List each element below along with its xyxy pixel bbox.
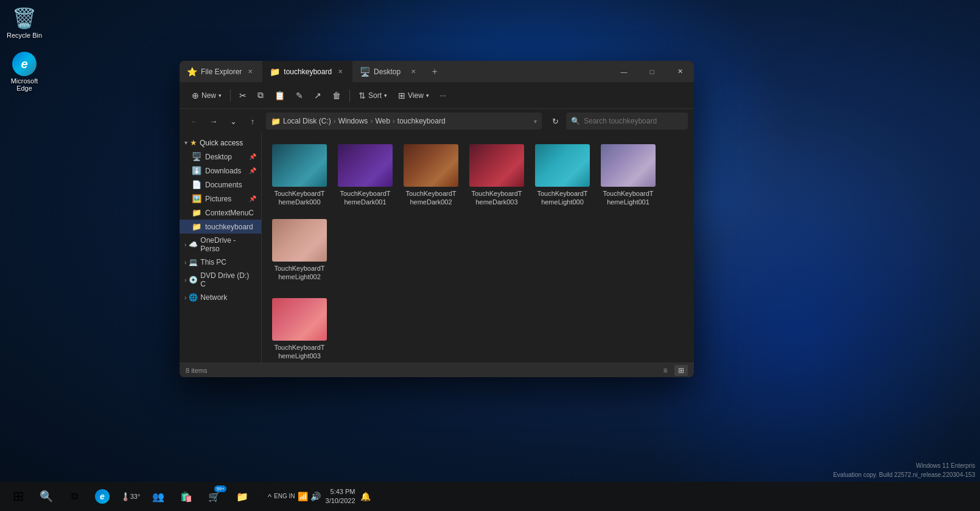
new-button[interactable]: ⊕ New ▾ [187, 88, 226, 103]
breadcrumb-part-3[interactable]: Web [375, 117, 390, 125]
view-label: View [408, 91, 424, 100]
add-tab-button[interactable]: + [425, 61, 444, 82]
sort-label: Sort [368, 91, 382, 100]
list-view-button[interactable]: ≡ [659, 365, 672, 376]
file-thumb-light003 [272, 298, 327, 341]
file-thumb-dark003 [469, 144, 524, 187]
file-name-light000: TouchKeyboardThemeLight000 [536, 189, 589, 207]
search-button[interactable]: 🔍 [33, 483, 60, 510]
sidebar-item-network-label: Network [200, 293, 227, 302]
close-button[interactable]: ✕ [666, 61, 694, 82]
share-button[interactable]: ↗ [309, 88, 326, 103]
sys-tray: ^ ENG IN 📶 🔊 [268, 492, 321, 501]
file-item-light000[interactable]: TouchKeyboardThemeLight000 [532, 141, 593, 210]
sidebar-item-network[interactable]: › 🌐 Network [180, 291, 261, 304]
sidebar-item-onedrive[interactable]: › ☁️ OneDrive - Perso [180, 234, 261, 255]
tab-touchkeyboard-close[interactable]: ✕ [335, 67, 345, 76]
breadcrumb-part-1[interactable]: Local Disk (C:) [283, 117, 331, 125]
title-bar: ⭐ File Explorer ✕ 📁 touchkeyboard ✕ 🖥️ D… [180, 61, 694, 82]
tab-desktop-close[interactable]: ✕ [408, 67, 418, 76]
file-item-dark001[interactable]: TouchKeyboardThemeDark001 [335, 141, 396, 210]
store-icon[interactable]: 🛍️ [173, 483, 200, 510]
paste-icon: 📋 [275, 91, 285, 100]
file-grid: TouchKeyboardThemeDark000 TouchKeyboardT… [262, 133, 694, 363]
onedrive-chevron-icon: › [184, 242, 186, 248]
store2-icon[interactable]: 🛒99+ [201, 483, 228, 510]
sidebar-item-downloads[interactable]: ⬇️ Downloads 📌 [180, 164, 261, 178]
file-name-light002: TouchKeyboardThemeLight002 [273, 264, 326, 282]
breadcrumb[interactable]: 📁 Local Disk (C:) › Windows › Web › touc… [266, 113, 542, 130]
file-explorer-window: ⭐ File Explorer ✕ 📁 touchkeyboard ✕ 🖥️ D… [180, 61, 694, 377]
paste-button[interactable]: 📋 [270, 88, 290, 103]
maximize-button[interactable]: □ [638, 61, 666, 82]
edge-desktop-icon[interactable]: e MicrosoftEdge [3, 52, 46, 92]
breadcrumb-part-2[interactable]: Windows [338, 117, 368, 125]
file-item-light002[interactable]: TouchKeyboardThemeLight002 [269, 215, 330, 285]
start-button[interactable]: ⊞ [5, 483, 32, 510]
sidebar-item-this-pc[interactable]: › 💻 This PC [180, 255, 261, 269]
tab-touchkeyboard[interactable]: 📁 touchkeyboard ✕ [262, 61, 352, 82]
status-bar: 8 items ≡ ⊞ [180, 363, 694, 377]
rename-button[interactable]: ✎ [291, 88, 308, 103]
sidebar-item-dvd[interactable]: › 💿 DVD Drive (D:) C [180, 269, 261, 291]
edge-taskbar-icon[interactable]: e [89, 483, 116, 510]
up-button[interactable]: ↑ [244, 113, 261, 130]
teams-icon[interactable]: 👥 [145, 483, 172, 510]
breadcrumb-chevron-icon: ▾ [534, 118, 537, 125]
rename-icon: ✎ [296, 91, 303, 100]
weather-icon[interactable]: 🌡️33° [117, 483, 144, 510]
contextmenu-folder-icon: 📁 [192, 208, 201, 217]
sort-button[interactable]: ⇅ Sort ▾ [354, 88, 392, 103]
task-view-button[interactable]: ⧉ [61, 483, 88, 510]
grid-view-button[interactable]: ⊞ [674, 365, 688, 376]
tab-file-explorer[interactable]: ⭐ File Explorer ✕ [180, 61, 262, 82]
search-bar[interactable]: 🔍 [566, 113, 688, 130]
file-item-dark003[interactable]: TouchKeyboardThemeDark003 [466, 141, 527, 210]
breadcrumb-part-4[interactable]: touchkeyboard [397, 117, 446, 125]
network-tray-icon[interactable]: 📶 [298, 492, 308, 501]
dvd-chevron-icon: › [184, 277, 186, 283]
view-button[interactable]: ⊞ View ▾ [393, 88, 434, 103]
tab-desktop[interactable]: 🖥️ Desktop ✕ [352, 61, 425, 82]
breadcrumb-sep-3: › [393, 117, 395, 125]
sidebar-item-documents[interactable]: 📄 Documents [180, 178, 261, 192]
sidebar-item-documents-label: Documents [205, 181, 242, 189]
refresh-button[interactable]: ↻ [547, 113, 564, 130]
file-explorer-taskbar-icon[interactable]: 📁 [229, 483, 256, 510]
copy-button[interactable]: ⧉ [253, 88, 268, 103]
back-button[interactable]: ← [186, 113, 203, 130]
search-input[interactable] [584, 117, 683, 125]
file-item-light001[interactable]: TouchKeyboardThemeLight001 [598, 141, 659, 210]
edge-label: MicrosoftEdge [11, 77, 38, 92]
chevron-up-icon[interactable]: ^ [268, 492, 271, 501]
volume-tray-icon[interactable]: 🔊 [310, 492, 321, 501]
toolbar: ⊕ New ▾ ✂ ⧉ 📋 ✎ ↗ 🗑 ⇅ Sort ▾ ⊞ [180, 82, 694, 109]
file-item-dark000[interactable]: TouchKeyboardThemeDark000 [269, 141, 330, 210]
sidebar-quick-access-header[interactable]: ▾ ★ Quick access [180, 136, 261, 150]
sidebar-item-contextmenu[interactable]: 📁 ContextMenuC [180, 206, 261, 220]
tab-file-explorer-close[interactable]: ✕ [245, 67, 255, 76]
file-item-light003[interactable]: TouchKeyboardThemeLight003 [269, 294, 330, 363]
forward-button[interactable]: → [205, 113, 222, 130]
file-name-light001: TouchKeyboardThemeLight001 [601, 189, 655, 207]
desktop-pin-icon: 📌 [249, 153, 256, 160]
tab-desktop-icon: 🖥️ [360, 67, 370, 77]
delete-button[interactable]: 🗑 [327, 88, 346, 103]
clock[interactable]: 5:43 PM 3/10/2022 [326, 487, 355, 506]
recycle-bin-icon[interactable]: 🗑️ Recycle Bin [3, 6, 46, 39]
recent-button[interactable]: ⌄ [225, 113, 242, 130]
onedrive-icon: ☁️ [189, 240, 198, 249]
eval-line2: Evaluation copy. Build 22572.ni_release.… [833, 470, 975, 479]
window-controls: — □ ✕ [610, 61, 694, 82]
cut-button[interactable]: ✂ [234, 88, 251, 103]
more-button[interactable]: ··· [435, 89, 451, 102]
sidebar-item-desktop[interactable]: 🖥️ Desktop 📌 [180, 150, 261, 164]
file-thumb-dark000 [272, 144, 327, 187]
sidebar-item-pictures[interactable]: 🖼️ Pictures 📌 [180, 192, 261, 206]
file-item-dark002[interactable]: TouchKeyboardThemeDark002 [401, 141, 461, 210]
sidebar-item-touchkeyboard[interactable]: 📁 touchkeyboard [180, 220, 261, 234]
file-name-light003: TouchKeyboardThemeLight003 [273, 343, 326, 361]
network-icon: 🌐 [189, 293, 198, 302]
notification-icon[interactable]: 🔔 [360, 492, 371, 501]
minimize-button[interactable]: — [610, 61, 638, 82]
